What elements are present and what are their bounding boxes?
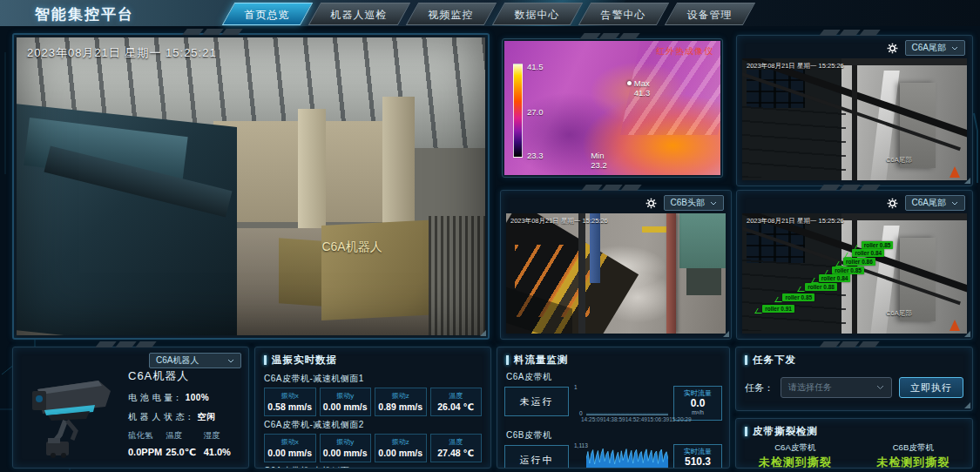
chevron-down-icon — [227, 359, 234, 363]
flow-unit: m³/h — [674, 468, 721, 469]
tab-video-monitoring[interactable]: 视频监控 — [406, 3, 497, 25]
sensor-readings-row: 振动x0.00 mm/s 振动y0.00 mm/s 振动z0.00 mm/s 温… — [264, 434, 482, 462]
y-axis-min: 0 — [579, 410, 583, 416]
gear-icon[interactable] — [887, 198, 898, 209]
panel-notch-decoration — [98, 341, 153, 347]
min-value: 23.2 — [591, 160, 607, 170]
chevron-down-icon — [951, 46, 958, 51]
thermal-image: 红外热成像仪 41.5 27.0 23.3 Max 41.3 Min 23.2 — [504, 41, 720, 175]
scene-detail — [17, 37, 485, 335]
tear-results: C6A皮带机 未检测到撕裂 2023-08-21 15:24:59 C6B皮带机… — [736, 442, 972, 469]
vibration-group: C6A皮带机-减速机侧面1 振动x0.58 mm/s 振动y0.00 mm/s … — [255, 373, 490, 416]
tick-label: 15:20:29 — [669, 416, 691, 422]
camera-selector-dropdown[interactable]: C6A尾部 — [905, 40, 965, 56]
reading-value: 0.00 mm/s — [375, 448, 426, 458]
panel-title: 任务下发 — [736, 347, 972, 370]
robot-illustration — [22, 370, 119, 461]
panel-notch-decoration — [582, 33, 638, 39]
camera-feed-with-ai-detections: roller 0.85 roller 0.84 roller 0.86 roll… — [742, 213, 967, 334]
tear-result-item: C6B皮带机 未检测到撕裂 2023-08-21 15:24:58 — [855, 442, 973, 469]
tab-device-management[interactable]: 设备管理 — [665, 3, 755, 25]
tab-data-center[interactable]: 数据中心 — [492, 3, 583, 25]
belt-name: C6A皮带机 — [497, 370, 729, 385]
flow-chart-c6b: 1,113 0 14:25:08 14:40:18 14:55:28 15:10… — [574, 443, 668, 469]
max-value: 41.3 — [634, 88, 651, 98]
belt-name: C6B皮带机 — [855, 442, 973, 454]
flow-value: 510.3 — [674, 456, 721, 468]
detection-label: roller 0.85 — [782, 293, 814, 301]
camera-panel-c6a-tail-1: C6A尾部 2023年08月21日 星期一 15:25:26 C6A尾部 — [736, 35, 973, 186]
reading-label: 振动x — [265, 391, 315, 401]
camera-selector-dropdown[interactable]: C6A尾部 — [905, 195, 965, 211]
panel-notch-decoration — [584, 185, 639, 191]
belt-status: 未运行 — [520, 395, 554, 408]
reading-label: 振动y — [321, 437, 371, 447]
tab-robot-inspection[interactable]: 机器人巡检 — [308, 3, 410, 25]
chevron-down-icon — [951, 201, 958, 206]
tab-label: 机器人巡检 — [330, 3, 387, 26]
tick-label: 14:52:49 — [625, 416, 647, 422]
task-dispatch-panel: 任务下发 任务： 请选择任务 立即执行 — [735, 347, 973, 411]
video-timestamp: 2023年08月21日 星期一 15:25:26 — [510, 217, 608, 226]
belt-tear-detection-panel: 皮带撕裂检测 C6A皮带机 未检测到撕裂 2023-08-21 15:24:59… — [735, 418, 973, 469]
reading-cell: 振动y0.00 mm/s — [320, 434, 372, 462]
selected-robot: C6A机器人 — [156, 354, 199, 367]
thermal-camera-label: 红外热成像仪 — [656, 45, 713, 57]
camera-panel-c6a-tail-2: C6A尾部 roller 0.85 roller 0.84 roller 0.8… — [736, 190, 973, 340]
dashboard: 智能集控平台 首页总览 机器人巡检 视频监控 数据中心 告警中心 设备管理 — [0, 0, 980, 472]
reading-value: 0.58 mm/s — [265, 401, 315, 412]
robot-info: C6A机器人 电 池 电 量： 100% 机 器 人 状 态： 空闲 硫化氢 温… — [128, 368, 241, 458]
thermal-max-marker: Max 41.3 — [634, 78, 651, 98]
thermal-camera-panel: 红外热成像仪 41.5 27.0 23.3 Max 41.3 Min 23.2 — [502, 38, 723, 178]
resize-handle[interactable] — [964, 331, 970, 337]
tab-home-overview[interactable]: 首页总览 — [222, 3, 313, 25]
task-select-placeholder: 请选择任务 — [788, 381, 832, 394]
camera-selector-dropdown[interactable]: C6B头部 — [664, 195, 724, 211]
gear-icon[interactable] — [645, 198, 657, 209]
max-point-dot — [627, 81, 632, 85]
tab-label: 数据中心 — [514, 3, 559, 26]
execute-now-button[interactable]: 立即执行 — [899, 377, 963, 398]
reading-label: 振动x — [265, 437, 315, 447]
thermal-colorbar — [513, 64, 523, 158]
material-flow-panel: 料流量监测 C6A皮带机 未运行 1 0 14:25:09 14:38:59 1… — [497, 347, 730, 469]
belt-status-badge: 运行中 — [504, 445, 569, 469]
video-watermark: C6A尾部 — [886, 309, 912, 318]
detection-label: roller 0.86 — [843, 258, 875, 266]
task-select-dropdown[interactable]: 请选择任务 — [781, 377, 892, 398]
reading-value: 0.89 mm/s — [375, 401, 426, 412]
x-axis — [586, 415, 668, 415]
gear-icon[interactable] — [887, 43, 898, 54]
robot-status-panel: C6A机器人 C6A机器人 电 池 电 量： 100% 机 器 人 状 态： — [12, 347, 249, 469]
camera-header: C6B头部 — [501, 191, 731, 213]
tab-label: 首页总览 — [244, 3, 289, 26]
reading-label: 温度 — [431, 391, 482, 401]
x-axis-ticks: 14:25:09 14:38:59 14:52:49 15:06:39 15:2… — [581, 416, 670, 422]
status-label: 机 器 人 状 态： — [128, 412, 194, 421]
h2s-value: 0.0PPM — [128, 447, 166, 458]
panel-notch-decoration — [340, 347, 395, 347]
main-camera-feed: 2023年08月21日 星期一 15:25:21 C6A机器人 — [17, 37, 485, 335]
detection-label: roller 0.88 — [805, 283, 837, 291]
reading-cell: 振动z0.89 mm/s — [375, 388, 427, 416]
main-nav: 首页总览 机器人巡检 视频监控 数据中心 告警中心 设备管理 — [228, 3, 749, 25]
realtime-flow-readout: 实时流量 510.3 m³/h — [673, 444, 722, 469]
flow-value: 0.0 — [674, 398, 721, 409]
camera-feed: 2023年08月21日 星期一 15:25:26 C6A尾部 — [742, 58, 967, 180]
panel-notch-decoration — [581, 347, 637, 347]
app-title: 智能集控平台 — [35, 4, 134, 24]
belt-name: C6A皮带机 — [736, 442, 855, 454]
resize-handle[interactable] — [480, 330, 486, 336]
resize-handle[interactable] — [964, 178, 970, 184]
scene-detail — [686, 268, 721, 294]
task-form-row: 任务： 请选择任务 立即执行 — [736, 370, 972, 398]
resize-handle[interactable] — [723, 331, 729, 337]
panel-title: 温振实时数据 — [255, 347, 490, 370]
resize-handle[interactable] — [964, 402, 970, 408]
tab-alarm-center[interactable]: 告警中心 — [578, 3, 669, 25]
robot-selector-dropdown[interactable]: C6A机器人 — [149, 353, 241, 368]
video-timestamp: 2023年08月21日 星期一 15:25:26 — [747, 217, 844, 226]
flow-unit: m³/h — [674, 409, 721, 415]
battery-row: 电 池 电 量： 100% — [128, 392, 241, 404]
realtime-flow-readout: 实时流量 0.0 m³/h — [673, 386, 722, 421]
